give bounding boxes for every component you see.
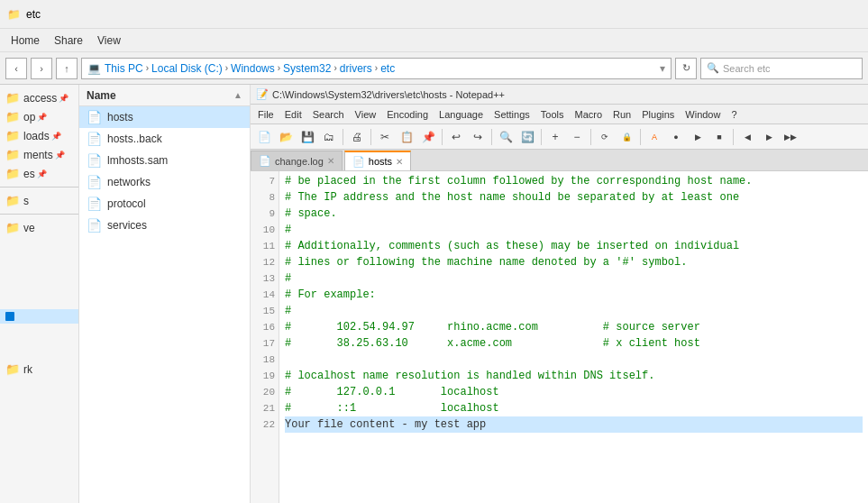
npp-menu-settings[interactable]: Settings (489, 107, 535, 122)
npp-menu-help[interactable]: ? (726, 107, 742, 122)
sort-arrow[interactable]: ▲ (233, 90, 242, 100)
tb-stop[interactable]: ■ (709, 127, 729, 147)
npp-menu-language[interactable]: Language (434, 107, 489, 122)
npp-menu-edit[interactable]: Edit (279, 107, 307, 122)
npp-titlebar: 📝 C:\Windows\System32\drivers\etc\hosts … (251, 85, 868, 105)
sidebar-label: es (23, 168, 35, 180)
file-icon: 📄 (87, 175, 102, 189)
sidebar-item-ve[interactable]: 📁 ve (0, 218, 78, 237)
sidebar-item-selected[interactable] (0, 309, 78, 324)
breadcrumb[interactable]: 💻 This PC › Local Disk (C:) › Windows › … (81, 58, 672, 79)
code-content[interactable]: # be placed in the first column followed… (279, 171, 868, 503)
tb-readonly[interactable]: 🔒 (617, 127, 636, 147)
refresh-button[interactable]: ↻ (675, 58, 697, 79)
folder-icon: 📁 (5, 148, 20, 161)
breadcrumb-drivers[interactable]: drivers (340, 62, 372, 75)
npp-title-text: C:\Windows\System32\drivers\etc\hosts - … (272, 89, 505, 100)
tb-new[interactable]: 📄 (254, 127, 274, 147)
npp-menu-run[interactable]: Run (608, 107, 636, 122)
file-name: networks (107, 176, 151, 188)
search-box[interactable]: 🔍 Search etc (700, 58, 863, 79)
tab-close-hosts[interactable]: ✕ (396, 157, 403, 167)
file-name: hosts..back (107, 133, 162, 145)
sidebar-item-loads[interactable]: 📁 loads 📌 (0, 126, 78, 145)
file-item-lmhosts[interactable]: 📄 lmhosts.sam (79, 150, 250, 171)
tb-extra[interactable]: ◀ (737, 127, 757, 147)
tb-save[interactable]: 💾 (297, 127, 317, 147)
pin-icon: 📌 (59, 94, 69, 103)
folder-icon: 📁 (5, 221, 20, 234)
back-button[interactable]: ‹ (5, 58, 27, 79)
npp-menu-tools[interactable]: Tools (535, 107, 570, 122)
tb-zoom-out[interactable]: − (567, 127, 587, 147)
sidebar-item-ments[interactable]: 📁 ments 📌 (0, 145, 78, 164)
sidebar-item-s[interactable]: 📁 s (0, 191, 78, 210)
menu-view[interactable]: View (90, 32, 128, 49)
breadcrumb-thispc[interactable]: This PC (105, 62, 143, 75)
file-icon: 📄 (87, 197, 102, 211)
file-list-header-label: Name (87, 89, 116, 102)
tb-print[interactable]: 🖨 (347, 127, 367, 147)
tb-macro[interactable]: ● (666, 127, 686, 147)
up-button[interactable]: ↑ (56, 58, 78, 79)
file-item-services[interactable]: 📄 services (79, 215, 250, 236)
file-item-networks[interactable]: 📄 networks (79, 171, 250, 193)
breadcrumb-localdisk[interactable]: Local Disk (C:) (151, 62, 223, 75)
npp-menu-macro[interactable]: Macro (569, 107, 608, 122)
tb-run-macro[interactable]: ▶ (688, 127, 708, 147)
file-name: hosts (107, 111, 133, 123)
forward-button[interactable]: › (31, 58, 52, 79)
tb-copy[interactable]: 📋 (397, 127, 416, 147)
breadcrumb-etc[interactable]: etc (380, 62, 395, 75)
explorer-menubar: Home Share View (0, 29, 868, 52)
sidebar-item-access[interactable]: 📁 access 📌 (0, 88, 78, 107)
window-titlebar: 📁 etc (0, 0, 868, 29)
npp-menu-file[interactable]: File (252, 107, 279, 122)
tb-synced[interactable]: ⟳ (595, 127, 615, 147)
pin-icon: 📌 (37, 113, 47, 122)
tb-replace[interactable]: 🔄 (517, 127, 537, 147)
npp-menu-search[interactable]: Search (307, 107, 350, 122)
sidebar-item-rk[interactable]: 📁 rk (0, 360, 78, 379)
file-item-hosts[interactable]: 📄 hosts (79, 106, 250, 128)
npp-tab-changelog[interactable]: 📄 change.log ✕ (251, 151, 343, 170)
file-list: Name ▲ 📄 hosts 📄 hosts..back 📄 lmhosts.s… (79, 85, 251, 503)
sidebar-item-op[interactable]: 📁 op 📌 (0, 107, 78, 126)
tb-open[interactable]: 📂 (276, 127, 296, 147)
tb-separator-1 (343, 129, 343, 145)
sidebar-item-es[interactable]: 📁 es 📌 (0, 164, 78, 183)
file-item-protocol[interactable]: 📄 protocol (79, 193, 250, 215)
sidebar-label: op (23, 111, 35, 123)
npp-menu-view[interactable]: View (350, 107, 382, 122)
menu-share[interactable]: Share (47, 32, 90, 49)
file-item-hostsback[interactable]: 📄 hosts..back (79, 128, 250, 150)
tb-separator-5 (541, 129, 542, 145)
tab-label-changelog: change.log (275, 156, 324, 167)
file-icon: 📄 (87, 218, 102, 233)
code-editor[interactable]: 78910111213141516171819202122 # be place… (251, 171, 868, 503)
npp-tab-hosts[interactable]: 📄 hosts ✕ (344, 151, 411, 170)
npp-tabs: 📄 change.log ✕ 📄 hosts ✕ (251, 150, 868, 171)
tb-paste[interactable]: 📌 (418, 127, 438, 147)
breadcrumb-dropdown[interactable]: ▾ (660, 62, 665, 75)
tb-extra2[interactable]: ▶ (759, 127, 779, 147)
tab-close-changelog[interactable]: ✕ (327, 156, 334, 166)
npp-menu-window[interactable]: Window (680, 107, 726, 122)
tb-saveall[interactable]: 🗂 (319, 127, 339, 147)
tb-cut[interactable]: ✂ (375, 127, 395, 147)
folder-icon: 📁 (5, 91, 20, 105)
sidebar-label: s (23, 195, 29, 207)
folder-icon: 📁 (5, 362, 20, 376)
npp-menu-encoding[interactable]: Encoding (381, 107, 434, 122)
breadcrumb-windows[interactable]: Windows (231, 62, 275, 75)
tb-extra3[interactable]: ▶▶ (781, 127, 800, 147)
breadcrumb-system32[interactable]: System32 (283, 62, 331, 75)
tb-zoom-in[interactable]: + (545, 127, 565, 147)
tb-undo[interactable]: ↩ (446, 127, 466, 147)
tb-highlight[interactable]: A (644, 127, 664, 147)
tb-find[interactable]: 🔍 (496, 127, 516, 147)
search-icon: 🔍 (707, 62, 719, 74)
npp-menu-plugins[interactable]: Plugins (636, 107, 680, 122)
menu-home[interactable]: Home (4, 32, 47, 49)
tb-redo[interactable]: ↪ (468, 127, 488, 147)
